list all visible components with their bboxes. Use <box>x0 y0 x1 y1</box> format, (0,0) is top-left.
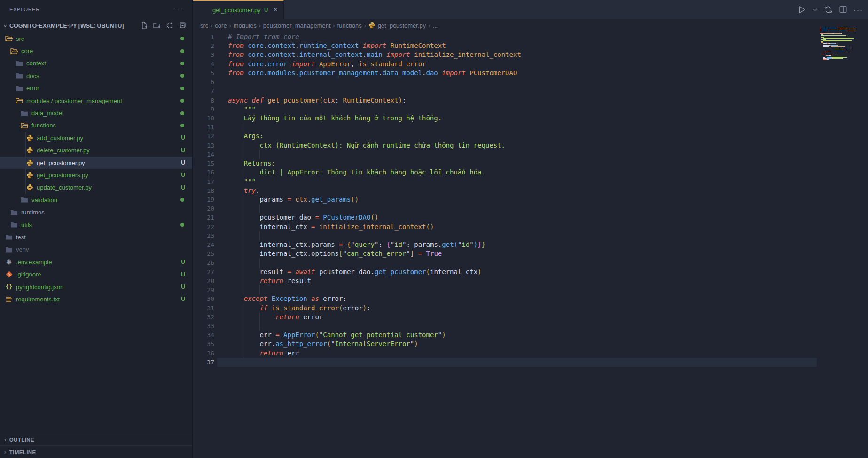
code-line-14[interactable]: 14 <box>193 150 868 159</box>
close-icon[interactable]: × <box>273 6 277 14</box>
tree-item-docs[interactable]: docs <box>0 70 192 82</box>
tree-item-utils[interactable]: utils <box>0 219 192 231</box>
code-line-33[interactable]: 33 <box>193 322 868 331</box>
tree-item-delete_customer.py[interactable]: delete_customer.pyU <box>0 144 192 157</box>
tree-item-test[interactable]: test <box>0 231 192 243</box>
code-line-22[interactable]: 22 internal_ctx = initialize_internal_co… <box>193 222 868 231</box>
code-line-20[interactable]: 20 <box>193 204 868 213</box>
code-line-35[interactable]: 35 err.as_http_error("InternalServerErro… <box>193 340 868 348</box>
code-line-32[interactable]: 32 return error <box>193 313 868 322</box>
code-line-1[interactable]: 1# Import from core <box>193 32 868 41</box>
tab-get_pcustomer[interactable]: get_pcustomer.py U × <box>193 0 284 19</box>
code-line-29[interactable]: 29 <box>193 285 868 294</box>
timeline-section-header[interactable]: › TIMELINE <box>0 445 192 458</box>
tree-item-context[interactable]: context <box>0 57 192 70</box>
code-line-37[interactable]: 37 <box>193 358 868 367</box>
folder-icon <box>5 233 13 241</box>
run-python-file-icon[interactable] <box>798 5 806 14</box>
folder-icon <box>20 110 29 117</box>
tree-item-requirements.txt[interactable]: requirements.txtU <box>0 293 192 305</box>
tree-item-runtimes[interactable]: runtimes <box>0 206 192 218</box>
new-file-icon[interactable] <box>141 22 148 31</box>
code-line-26[interactable]: 26 <box>193 258 868 267</box>
code-line-3[interactable]: 3from core.context.internal_context.main… <box>193 50 868 59</box>
indent-guide <box>244 322 244 331</box>
code-line-6[interactable]: 6 <box>193 78 868 87</box>
tree-item-.gitignore[interactable]: .gitignoreU <box>0 268 192 280</box>
breadcrumb-item-...[interactable]: ... <box>432 22 438 29</box>
code-line-5[interactable]: 5from core.modules.pcustomer_management.… <box>193 69 868 78</box>
code-line-11[interactable]: 11 <box>193 123 868 132</box>
breadcrumb-item-modules[interactable]: modules <box>234 22 257 29</box>
more-actions-icon[interactable]: ··· <box>853 6 863 14</box>
tree-item-src[interactable]: src <box>0 32 192 45</box>
tree-item-update_customer.py[interactable]: update_customer.pyU <box>0 182 192 194</box>
tree-item-get_pcustomer.py[interactable]: get_pcustomer.pyU <box>0 157 192 169</box>
code-editor[interactable]: 1# Import from core2from core.context.ru… <box>193 32 868 367</box>
code-line-4[interactable]: 4from core.error import AppError, is_sta… <box>193 60 868 69</box>
code-line-30[interactable]: 30 except Exception as error: <box>193 294 868 303</box>
tree-item-label: get_pcustomers.py <box>37 172 88 179</box>
code-line-27[interactable]: 27 result = await pcustomer_dao.get_pcus… <box>193 268 868 276</box>
sync-icon[interactable] <box>824 5 833 14</box>
tree-item-.env.example[interactable]: ✱.env.exampleU <box>0 256 192 268</box>
code-line-15[interactable]: 15 Returns: <box>193 159 868 168</box>
new-folder-icon[interactable] <box>153 22 161 31</box>
code-line-8[interactable]: 8async def get_pcustomer(ctx: RuntimeCon… <box>193 96 868 105</box>
code-line-34[interactable]: 34 err = AppError("Cannot get potential … <box>193 331 868 340</box>
code-line-text: Lấy thông tin của một khách hàng ở trong… <box>228 114 442 123</box>
tree-item-core[interactable]: core <box>0 45 192 57</box>
code-line-23[interactable]: 23 <box>193 231 868 240</box>
explorer-more-actions-icon[interactable]: ··· <box>173 4 184 12</box>
run-dropdown-chevron-icon[interactable] <box>813 7 818 12</box>
tree-item-get_pcustomers.py[interactable]: get_pcustomers.pyU <box>0 169 192 181</box>
breadcrumb-item-src[interactable]: src <box>200 22 208 29</box>
code-line-21[interactable]: 21 pcustomer_dao = PCustomerDAO() <box>193 213 868 222</box>
git-untracked-badge: U <box>181 159 185 166</box>
line-number: 32 <box>193 313 214 322</box>
git-untracked-badge: U <box>181 259 185 265</box>
tab-title: get_pcustomer.py <box>212 7 261 14</box>
line-number: 5 <box>193 69 214 78</box>
code-line-19[interactable]: 19 params = ctx.get_params() <box>193 195 868 204</box>
breadcrumb-item-functions[interactable]: functions <box>337 22 362 29</box>
code-line-18[interactable]: 18 try: <box>193 186 868 195</box>
code-line-17[interactable]: 17 """ <box>193 177 868 186</box>
refresh-icon[interactable] <box>166 22 173 31</box>
code-line-text: internal_ctx.options["can_catch_error"] … <box>228 249 442 258</box>
tree-item-pyrightconfig.json[interactable]: {}pyrightconfig.jsonU <box>0 281 192 293</box>
collapse-all-icon[interactable] <box>179 22 186 31</box>
code-line-16[interactable]: 16 dict | AppError: Thông tin khách hàng… <box>193 168 868 177</box>
code-line-13[interactable]: 13 ctx (RuntimeContext): Ngữ cảnh runtim… <box>193 141 868 150</box>
tree-item-modules-pcustomer_management[interactable]: modules / pcustomer_management <box>0 95 192 107</box>
breadcrumb-item-pcustomer_management[interactable]: pcustomer_management <box>263 22 331 29</box>
tree-item-error[interactable]: error <box>0 82 192 95</box>
minimap[interactable] <box>820 27 864 61</box>
tree-item-data_model[interactable]: data_model <box>0 107 192 119</box>
code-line-9[interactable]: 9 """ <box>193 105 868 114</box>
code-line-10[interactable]: 10 Lấy thông tin của một khách hàng ở tr… <box>193 114 868 123</box>
line-number: 3 <box>193 50 214 59</box>
outline-section-header[interactable]: › OUTLINE <box>0 433 192 446</box>
code-line-36[interactable]: 36 return err <box>193 349 868 358</box>
code-line-7[interactable]: 7 <box>193 87 868 95</box>
code-line-2[interactable]: 2from core.context.runtime_context impor… <box>193 41 868 50</box>
tree-item-label: update_customer.py <box>37 184 92 191</box>
project-root-row[interactable]: ∨ COGNITO-EXAMPLE-PY [WSL: UBUNTU] <box>0 20 192 32</box>
tree-item-functions[interactable]: functions <box>0 119 192 132</box>
indent-guide <box>244 258 244 267</box>
python-icon <box>25 171 34 179</box>
line-number: 20 <box>193 204 214 213</box>
code-line-12[interactable]: 12 Args: <box>193 132 868 141</box>
tree-item-add_customer.py[interactable]: add_customer.pyU <box>0 132 192 144</box>
code-line-24[interactable]: 24 internal_ctx.params = {"query": {"id"… <box>193 240 868 249</box>
breadcrumb-item-get_pcustomer.py[interactable]: get_pcustomer.py <box>368 22 426 30</box>
code-line-25[interactable]: 25 internal_ctx.options["can_catch_error… <box>193 249 868 258</box>
code-line-31[interactable]: 31 if is_standard_error(error): <box>193 304 868 313</box>
breadcrumb-item-core[interactable]: core <box>215 22 227 29</box>
split-editor-icon[interactable] <box>839 5 847 14</box>
code-line-28[interactable]: 28 return result <box>193 276 868 285</box>
tree-item-venv[interactable]: venv <box>0 244 192 256</box>
breadcrumb-separator: › <box>259 23 261 29</box>
tree-item-validation[interactable]: validation <box>0 194 192 206</box>
